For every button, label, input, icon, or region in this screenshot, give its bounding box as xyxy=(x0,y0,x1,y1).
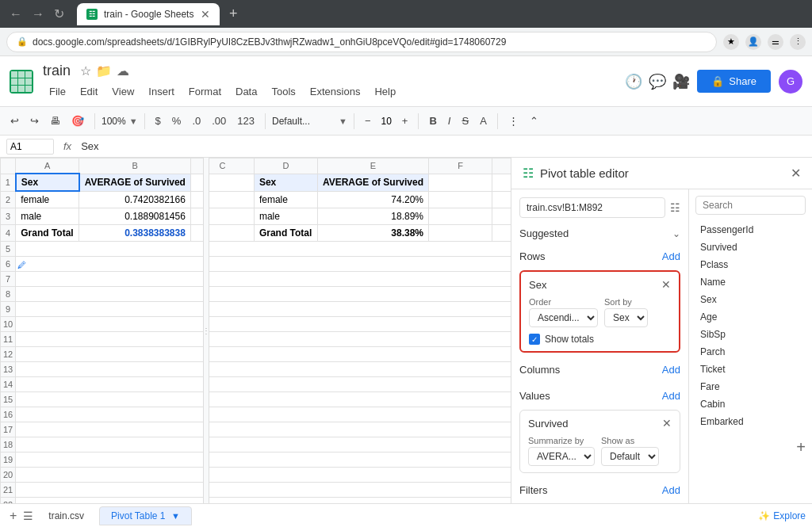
address-bar[interactable]: 🔒 docs.google.com/spreadsheets/d/1GIBRyl… xyxy=(6,32,717,52)
rows-add-button[interactable]: Add xyxy=(662,250,680,262)
increase-font-button[interactable]: + xyxy=(398,113,412,129)
field-sex[interactable]: Sex xyxy=(695,291,806,308)
field-age[interactable]: Age xyxy=(695,308,806,326)
cell-d4[interactable]: Grand Total xyxy=(254,225,317,242)
currency-button[interactable]: $ xyxy=(151,113,165,129)
suggested-chevron-icon[interactable]: ⌄ xyxy=(672,228,680,239)
order-select[interactable]: Ascendi... xyxy=(529,308,598,327)
text-color-button[interactable]: A xyxy=(476,113,491,129)
inc-decimal-button[interactable]: .00 xyxy=(208,113,230,129)
cell-e3[interactable]: 18.89% xyxy=(317,208,428,225)
explore-button[interactable]: ✨ Explore xyxy=(758,510,806,521)
refresh-button[interactable]: ↻ xyxy=(51,5,67,23)
tab-dropdown-icon[interactable]: ▼ xyxy=(171,511,180,521)
font-selector[interactable]: Default... xyxy=(272,116,335,127)
cell-b3[interactable]: 0.1889081456 xyxy=(79,208,191,225)
redo-button[interactable]: ↪ xyxy=(26,113,43,129)
strikethrough-button[interactable]: S xyxy=(458,113,473,129)
grid-select-icon[interactable]: ☷ xyxy=(670,201,680,214)
cell-c2[interactable] xyxy=(190,191,254,208)
more-formats-button[interactable]: ⋮ xyxy=(504,113,523,129)
bold-button[interactable]: B xyxy=(425,113,440,129)
cell-f3[interactable] xyxy=(429,208,492,225)
cell-e4[interactable]: 38.38% xyxy=(317,225,428,242)
pivot-editor-close-button[interactable]: ✕ xyxy=(791,166,801,181)
field-search-input[interactable] xyxy=(695,196,806,215)
dec-decimal-button[interactable]: .0 xyxy=(188,113,205,129)
field-name[interactable]: Name xyxy=(695,273,806,291)
profile-icon[interactable]: 👤 xyxy=(745,34,761,50)
values-card-close-button[interactable]: ✕ xyxy=(662,417,672,430)
col-header-e[interactable]: E xyxy=(317,158,428,174)
menu-edit[interactable]: Edit xyxy=(74,82,104,101)
filters-add-button[interactable]: Add xyxy=(662,484,680,496)
row-card-close-button[interactable]: ✕ xyxy=(661,278,671,291)
cell-b4[interactable]: 0.3838383838 xyxy=(79,225,191,242)
field-survived[interactable]: Survived xyxy=(695,239,806,256)
italic-button[interactable]: I xyxy=(444,113,455,129)
col-header-g[interactable]: G xyxy=(492,158,511,174)
menu-tools[interactable]: Tools xyxy=(265,82,301,101)
new-tab-button[interactable]: + xyxy=(229,6,238,22)
field-ticket[interactable]: Ticket xyxy=(695,361,806,378)
menu-file[interactable]: File xyxy=(43,82,72,101)
back-button[interactable]: ← xyxy=(6,5,25,23)
field-passengerid[interactable]: PassengerId xyxy=(695,221,806,239)
cloud-icon[interactable]: ☁ xyxy=(117,63,129,78)
cell-g1[interactable] xyxy=(492,174,511,191)
format123-button[interactable]: 123 xyxy=(233,113,259,129)
cell-a3[interactable]: male xyxy=(16,208,79,225)
col-header-f[interactable]: F xyxy=(429,158,492,174)
menu-extensions[interactable]: Extensions xyxy=(304,82,367,101)
cell-a1[interactable]: Sex xyxy=(16,174,79,191)
print-button[interactable]: 🖶 xyxy=(46,113,64,129)
sheet-menu-button[interactable]: ☰ xyxy=(23,510,33,522)
cell-b2[interactable]: 0.7420382166 xyxy=(79,191,191,208)
extensions-icon[interactable]: ⚌ xyxy=(768,34,783,50)
cell-d2[interactable]: female xyxy=(254,191,317,208)
field-pclass[interactable]: Pclass xyxy=(695,256,806,273)
show-totals-checkbox[interactable]: ✓ xyxy=(529,334,540,345)
forward-button[interactable]: → xyxy=(29,5,48,23)
paint-format-button[interactable]: 🎯 xyxy=(67,113,88,129)
cell-a2[interactable]: female xyxy=(16,191,79,208)
cell-d1[interactable]: Sex xyxy=(254,174,317,191)
field-embarked[interactable]: Embarked xyxy=(695,413,806,430)
col-header-b[interactable]: B xyxy=(79,158,191,174)
bookmark-icon[interactable]: ★ xyxy=(723,34,739,50)
sort-by-select[interactable]: Sex xyxy=(604,308,648,327)
cell-d3[interactable]: male xyxy=(254,208,317,225)
cell-g4[interactable] xyxy=(492,225,511,242)
star-icon[interactable]: ☆ xyxy=(80,63,91,78)
cell-a4[interactable]: Grand Total xyxy=(16,225,79,242)
menu-insert[interactable]: Insert xyxy=(142,82,181,101)
field-sibsp[interactable]: SibSp xyxy=(695,326,806,343)
field-fare[interactable]: Fare xyxy=(695,378,806,395)
field-cabin[interactable]: Cabin xyxy=(695,395,806,413)
data-range-input[interactable] xyxy=(519,197,665,218)
col-header-a[interactable]: A xyxy=(16,158,79,174)
values-add-button[interactable]: Add xyxy=(662,390,680,402)
columns-add-button[interactable]: Add xyxy=(662,364,680,376)
menu-help[interactable]: Help xyxy=(368,82,402,101)
cell-f1[interactable] xyxy=(429,174,492,191)
cell-reference-input[interactable] xyxy=(6,139,54,155)
tab-pivot-table-1[interactable]: Pivot Table 1 ▼ xyxy=(99,506,192,525)
show-as-select[interactable]: Default xyxy=(601,447,659,466)
menu-format[interactable]: Format xyxy=(182,82,228,101)
add-field-button[interactable]: + xyxy=(796,438,806,456)
col-header-d[interactable]: D xyxy=(254,158,317,174)
undo-button[interactable]: ↩ xyxy=(6,113,23,129)
cell-e2[interactable]: 74.20% xyxy=(317,191,428,208)
tab-close-icon[interactable]: ✕ xyxy=(201,8,210,21)
add-sheet-button[interactable]: + xyxy=(6,509,20,523)
menu-view[interactable]: View xyxy=(105,82,140,101)
camera-icon[interactable]: 🎥 xyxy=(673,74,689,90)
cell-c1[interactable] xyxy=(190,174,254,191)
cell-f4[interactable] xyxy=(429,225,492,242)
cell-f2[interactable] xyxy=(429,191,492,208)
browser-menu-icon[interactable]: ⋮ xyxy=(790,34,806,50)
field-parch[interactable]: Parch xyxy=(695,343,806,361)
cell-g3[interactable] xyxy=(492,208,511,225)
resize-handle[interactable]: ⋮ xyxy=(203,158,209,503)
